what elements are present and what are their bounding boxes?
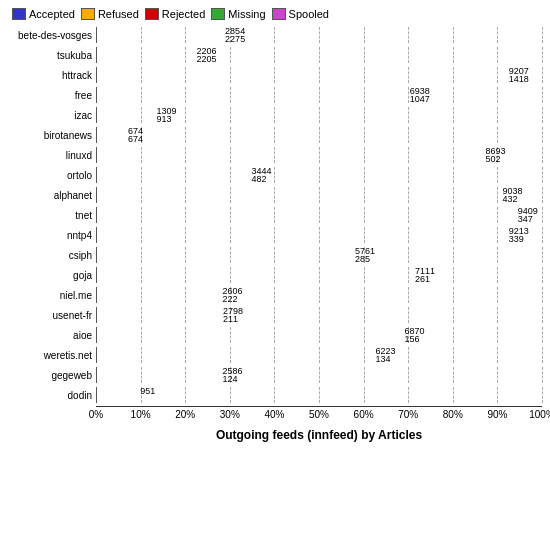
legend: Accepted Refused Rejected Missing Spoole…: [8, 8, 542, 20]
table-row: aioe6870156: [8, 326, 542, 344]
table-row: free69381047: [8, 86, 542, 104]
table-row: nntp49213339: [8, 226, 542, 244]
row-label: gegeweb: [8, 370, 96, 381]
bar-wrapper: 674674: [96, 127, 542, 143]
bar-value-label: 7111261: [413, 267, 435, 283]
table-row: csiph5761285: [8, 246, 542, 264]
x-tick: 90%: [487, 409, 507, 420]
legend-accepted-label: Accepted: [29, 8, 75, 20]
refused-value: 261: [415, 275, 435, 283]
table-row: alphanet9038432: [8, 186, 542, 204]
table-row: ortolo3444482: [8, 166, 542, 184]
refused-value: 134: [375, 355, 395, 363]
x-tick: 40%: [264, 409, 284, 420]
refused-value: 913: [156, 115, 176, 123]
bar-wrapper: 7111261: [96, 267, 542, 283]
table-row: httrack92071418: [8, 66, 542, 84]
bar-wrapper: 22062205: [96, 47, 542, 63]
bar-wrapper: 2798211: [96, 307, 542, 323]
bar-value-label: 5761285: [353, 247, 375, 263]
x-tick: 20%: [175, 409, 195, 420]
bar-value-label: 3444482: [249, 167, 271, 183]
bar-value-label: 28542275: [223, 27, 245, 43]
bar-wrapper: 2586124: [96, 367, 542, 383]
chart-rows: bete-des-vosges28542275tsukuba22062205ht…: [8, 26, 542, 404]
bar-value-label: 9213339: [507, 227, 529, 243]
row-label: dodin: [8, 390, 96, 401]
row-label: aioe: [8, 330, 96, 341]
refused-color: [81, 8, 95, 20]
legend-rejected-label: Rejected: [162, 8, 205, 20]
row-label: nntp4: [8, 230, 96, 241]
row-label: ortolo: [8, 170, 96, 181]
bar-value-label: 22062205: [195, 47, 217, 63]
table-row: dodin951: [8, 386, 542, 404]
table-row: bete-des-vosges28542275: [8, 26, 542, 44]
refused-value: 1418: [509, 75, 529, 83]
refused-value: 347: [518, 215, 538, 223]
bar-wrapper: 28542275: [96, 27, 542, 43]
bar-value-label: 8693502: [484, 147, 506, 163]
x-tick: 100%: [529, 409, 550, 420]
bar-value-label: 2798211: [221, 307, 243, 323]
x-axis: 0%10%20%30%40%50%60%70%80%90%100%: [96, 406, 542, 424]
x-tick: 50%: [309, 409, 329, 420]
bar-value-label: 2606222: [220, 287, 242, 303]
bar-value-label: 9038432: [501, 187, 523, 203]
table-row: weretis.net6223134: [8, 346, 542, 364]
row-label: bete-des-vosges: [8, 30, 96, 41]
row-label: free: [8, 90, 96, 101]
chart-container: Accepted Refused Rejected Missing Spoole…: [0, 0, 550, 482]
x-tick: 70%: [398, 409, 418, 420]
row-label: usenet-fr: [8, 310, 96, 321]
bar-wrapper: 6870156: [96, 327, 542, 343]
refused-value: 432: [503, 195, 523, 203]
row-label: linuxd: [8, 150, 96, 161]
bar-value-label: 69381047: [408, 87, 430, 103]
bar-value-label: 951: [138, 387, 155, 395]
refused-value: 2205: [197, 55, 217, 63]
refused-value: 502: [486, 155, 506, 163]
refused-value: 674: [128, 135, 143, 143]
table-row: birotanews674674: [8, 126, 542, 144]
row-label: tnet: [8, 210, 96, 221]
x-tick: 0%: [89, 409, 103, 420]
table-row: usenet-fr2798211: [8, 306, 542, 324]
legend-missing-label: Missing: [228, 8, 265, 20]
spooled-color: [272, 8, 286, 20]
legend-rejected: Rejected: [145, 8, 205, 20]
bar-value-label: 9409347: [516, 207, 538, 223]
row-label: csiph: [8, 250, 96, 261]
refused-value: 1047: [410, 95, 430, 103]
row-label: alphanet: [8, 190, 96, 201]
accepted-value: 951: [140, 387, 155, 395]
row-label: tsukuba: [8, 50, 96, 61]
table-row: niel.me2606222: [8, 286, 542, 304]
legend-accepted: Accepted: [12, 8, 75, 20]
refused-value: 124: [222, 375, 242, 383]
bar-wrapper: 9409347: [96, 207, 542, 223]
bar-wrapper: 2606222: [96, 287, 542, 303]
bar-value-label: 6870156: [402, 327, 424, 343]
missing-color: [211, 8, 225, 20]
bar-value-label: 92071418: [507, 67, 529, 83]
table-row: tsukuba22062205: [8, 46, 542, 64]
bar-value-label: 2586124: [220, 367, 242, 383]
x-tick: 60%: [354, 409, 374, 420]
legend-spooled-label: Spooled: [289, 8, 329, 20]
accepted-color: [12, 8, 26, 20]
refused-value: 339: [509, 235, 529, 243]
legend-refused-label: Refused: [98, 8, 139, 20]
refused-value: 2275: [225, 35, 245, 43]
table-row: gegeweb2586124: [8, 366, 542, 384]
row-label: birotanews: [8, 130, 96, 141]
bar-wrapper: 6223134: [96, 347, 542, 363]
x-tick: 30%: [220, 409, 240, 420]
row-label: weretis.net: [8, 350, 96, 361]
refused-value: 211: [223, 315, 243, 323]
table-row: izac1309913: [8, 106, 542, 124]
refused-value: 482: [251, 175, 271, 183]
row-label: httrack: [8, 70, 96, 81]
table-row: tnet9409347: [8, 206, 542, 224]
refused-value: 222: [222, 295, 242, 303]
